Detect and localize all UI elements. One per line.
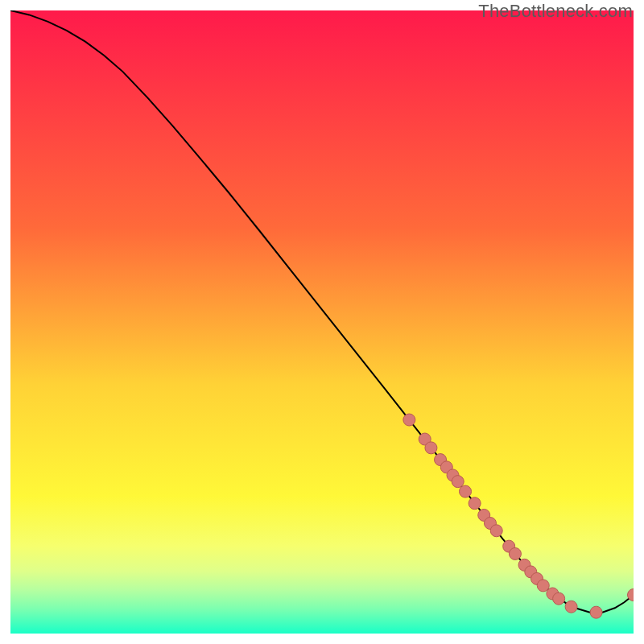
plot-area [10, 10, 634, 634]
data-marker [565, 601, 577, 613]
watermark-text: TheBottleneck.com [478, 1, 633, 22]
data-marker [452, 476, 464, 488]
data-marker [460, 485, 472, 497]
chart-svg [10, 10, 634, 634]
data-marker [590, 606, 602, 618]
data-marker [403, 414, 415, 426]
data-marker [469, 497, 481, 510]
gradient-background [10, 10, 634, 634]
data-marker [509, 547, 521, 559]
data-marker [425, 442, 437, 454]
data-marker [490, 525, 502, 537]
data-marker [553, 592, 565, 605]
chart-stage: TheBottleneck.com [0, 0, 644, 644]
